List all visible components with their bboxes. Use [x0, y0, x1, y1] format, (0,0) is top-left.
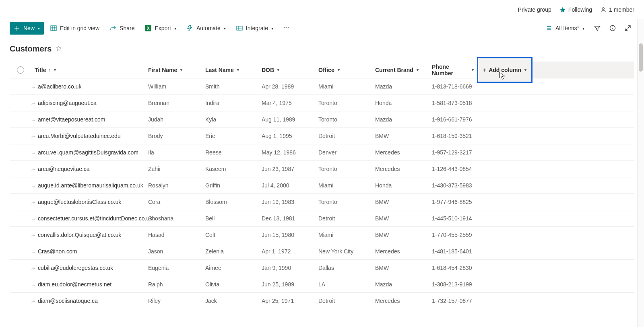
shared-indicator-icon — [31, 284, 35, 288]
title-link[interactable]: a@aclibero.co.uk — [38, 83, 81, 90]
column-header-first-name[interactable]: First Name ▾ — [145, 67, 202, 73]
header-filler — [533, 62, 634, 78]
chevron-down-icon: ▾ — [417, 68, 419, 72]
ellipsis-icon — [283, 25, 289, 32]
cell-dob: Jun 23, 1987 — [258, 166, 315, 172]
info-icon — [609, 25, 616, 31]
table-row[interactable]: adipiscing@augueut.caBrennanIndiraMar 4,… — [10, 95, 634, 111]
cell-phone: 1-618-454-2830 — [429, 265, 477, 271]
expand-button[interactable] — [621, 22, 634, 35]
cell-brand: Mazda — [372, 281, 429, 288]
shared-indicator-icon — [31, 234, 35, 238]
table-row[interactable]: augue.id.ante@liberomaurisaliquam.co.ukR… — [10, 177, 634, 194]
column-header-title[interactable]: Title ↑ ▾ — [31, 67, 145, 73]
title-link[interactable]: convallis.dolor.Quisque@at.co.uk — [38, 232, 121, 238]
table-row[interactable]: convallis.dolor.Quisque@at.co.ukHasadCol… — [10, 227, 634, 243]
cell-office: Dallas — [315, 265, 372, 271]
cell-title[interactable]: diam@sociisnatoque.ca — [31, 298, 145, 304]
title-link[interactable]: arcu.Morbi@vulputateduinec.edu — [38, 133, 121, 139]
cell-title[interactable]: augue.id.ante@liberomaurisaliquam.co.uk — [31, 182, 145, 189]
cell-last-name: Colt — [202, 232, 258, 238]
cell-brand: BMW — [372, 133, 429, 139]
cell-brand: Honda — [372, 100, 429, 106]
table-row[interactable]: a@aclibero.co.ukWilliamSmithApr 28, 1989… — [10, 78, 634, 95]
cell-title[interactable]: adipiscing@augueut.ca — [31, 100, 145, 106]
info-button[interactable] — [606, 22, 619, 35]
table-row[interactable]: Cras@non.comJasonZeleniaApr 1, 1972New Y… — [10, 243, 634, 260]
title-link[interactable]: adipiscing@augueut.ca — [38, 100, 97, 106]
cell-dob: Mar 4, 1975 — [258, 100, 315, 106]
cell-first-name: Cora — [145, 199, 202, 205]
shared-indicator-icon — [31, 119, 35, 123]
cell-office: Toronto — [315, 199, 372, 205]
title-link[interactable]: consectetuer.cursus.et@tinciduntDonec.co… — [38, 215, 152, 222]
column-header-dob[interactable]: DOB ▾ — [258, 67, 315, 73]
title-link[interactable]: Cras@non.com — [38, 248, 77, 255]
title-link[interactable]: arcu@nequevitae.ca — [38, 166, 90, 172]
cell-title[interactable]: cubilia@eudoloregestas.co.uk — [31, 265, 145, 271]
table-row[interactable]: amet@vitaeposuereat.comJudahKylaAug 11, … — [10, 111, 634, 128]
add-column-button[interactable]: + Add column ▾ — [478, 58, 531, 82]
column-header-last-name[interactable]: Last Name ▾ — [202, 67, 258, 73]
select-all-cell[interactable] — [10, 66, 31, 74]
column-header-phone-number[interactable]: Phone Number ▾ — [429, 64, 477, 76]
title-link[interactable]: diam@sociisnatoque.ca — [38, 298, 98, 304]
view-label: All Items* — [555, 25, 579, 31]
cell-last-name: Indira — [202, 100, 258, 106]
svg-point-3 — [284, 27, 285, 28]
column-header-label: Last Name — [205, 67, 234, 73]
svg-rect-1 — [51, 26, 56, 31]
members-link[interactable]: 1 member — [600, 6, 634, 13]
title-link[interactable]: cubilia@eudoloregestas.co.uk — [38, 265, 113, 271]
filter-button[interactable] — [591, 22, 604, 35]
cell-phone: 1-957-129-3217 — [429, 149, 477, 156]
vertical-scrollbar[interactable] — [637, 19, 644, 327]
more-actions-button[interactable] — [280, 22, 293, 35]
cell-title[interactable]: arcu.Morbi@vulputateduinec.edu — [31, 133, 145, 139]
cell-title[interactable]: augue@luctuslobortisClass.co.uk — [31, 199, 145, 205]
automate-button[interactable]: Automate ▾ — [183, 22, 230, 35]
title-link[interactable]: augue@luctuslobortisClass.co.uk — [38, 199, 121, 205]
list-title: Customers — [10, 44, 52, 53]
edit-grid-button[interactable]: Edit in grid view — [46, 22, 103, 35]
title-link[interactable]: diam.eu.dolor@necmetus.net — [38, 281, 111, 288]
table-row[interactable]: diam@sociisnatoque.caRileyJackApr 25, 19… — [10, 293, 634, 309]
excel-icon: X — [145, 25, 151, 31]
cell-title[interactable]: diam.eu.dolor@necmetus.net — [31, 281, 145, 288]
follow-toggle[interactable]: Following — [559, 6, 592, 13]
automate-label: Automate — [196, 25, 221, 31]
cell-first-name: Brennan — [145, 100, 202, 106]
table-row[interactable]: arcu@nequevitae.caZahirKaseemJun 23, 198… — [10, 161, 634, 177]
scrollbar-thumb[interactable] — [639, 43, 643, 72]
cell-phone: 1-430-373-5983 — [429, 182, 477, 189]
table-row[interactable]: arcu.vel.quam@sagittisDuisgravida.comIla… — [10, 144, 634, 161]
new-button[interactable]: New ▾ — [10, 22, 44, 35]
cell-title[interactable]: arcu@nequevitae.ca — [31, 166, 145, 172]
table-row[interactable]: augue@luctuslobortisClass.co.ukCoraBloss… — [10, 194, 634, 210]
cell-title[interactable]: consectetuer.cursus.et@tinciduntDonec.co… — [31, 215, 145, 222]
title-link[interactable]: augue.id.ante@liberomaurisaliquam.co.uk — [38, 182, 143, 189]
column-header-current-brand[interactable]: Current Brand ▾ — [372, 67, 429, 73]
table-row[interactable]: diam.eu.dolor@necmetus.netRalphOliviaJun… — [10, 276, 634, 293]
cell-title[interactable]: amet@vitaeposuereat.com — [31, 116, 145, 123]
table-row[interactable]: cubilia@eudoloregestas.co.ukEugeniaAimee… — [10, 260, 634, 276]
title-link[interactable]: arcu.vel.quam@sagittisDuisgravida.com — [38, 149, 138, 156]
star-filled-icon — [559, 6, 566, 13]
expand-icon — [625, 25, 631, 31]
cell-title[interactable]: Cras@non.com — [31, 248, 145, 255]
cell-brand: Honda — [372, 182, 429, 189]
cell-title[interactable]: a@aclibero.co.uk — [31, 83, 145, 90]
chevron-down-icon: ▾ — [174, 26, 176, 31]
export-button[interactable]: X Export ▾ — [141, 22, 180, 35]
title-link[interactable]: amet@vitaeposuereat.com — [38, 116, 105, 123]
view-selector[interactable]: All Items* ▾ — [542, 22, 588, 35]
share-button[interactable]: Share — [106, 22, 138, 35]
column-header-office[interactable]: Office ▾ — [315, 67, 372, 73]
cell-title[interactable]: arcu.vel.quam@sagittisDuisgravida.com — [31, 149, 145, 156]
table-row[interactable]: consectetuer.cursus.et@tinciduntDonec.co… — [10, 210, 634, 227]
integrate-button[interactable]: Integrate ▾ — [232, 22, 277, 35]
favorite-button[interactable] — [56, 45, 62, 53]
cell-title[interactable]: convallis.dolor.Quisque@at.co.uk — [31, 232, 145, 238]
cell-office: Detroit — [315, 133, 372, 139]
table-row[interactable]: arcu.Morbi@vulputateduinec.eduBrodyEricA… — [10, 128, 634, 144]
